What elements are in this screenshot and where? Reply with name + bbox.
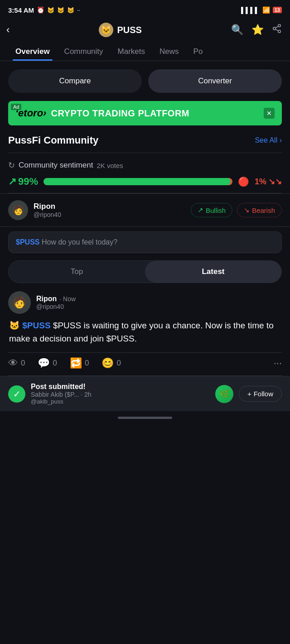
- sentiment-bar-row: ↗ 99% 🔴 1% ↘↘: [0, 170, 290, 193]
- toast-time: · 2h: [81, 391, 91, 398]
- see-all-button[interactable]: See All ›: [255, 136, 282, 144]
- view-count: 0: [21, 359, 25, 368]
- user-handle-label: @ripon40: [34, 211, 61, 218]
- bear-arrow: ↘↘: [268, 177, 282, 187]
- post-input-field[interactable]: $PUSS How do you feel today?: [8, 231, 282, 253]
- view-icon: 👁: [8, 357, 18, 369]
- bull-arrow: ↗: [8, 176, 16, 187]
- sentiment-label: Community sentiment: [19, 161, 93, 170]
- bull-pct-value: 99%: [18, 176, 38, 187]
- view-action[interactable]: 👁 0: [8, 357, 25, 369]
- status-left: 3:54 AM ⏰ 🐱 🐱 🐱 ··: [8, 6, 80, 14]
- nav-tabs: Overview Community Markets News Po: [0, 42, 290, 61]
- favorite-icon[interactable]: ⭐: [251, 24, 264, 36]
- post-user-info: Ripon · Now @ripon40: [36, 295, 76, 310]
- community-title: PussFi Community: [8, 135, 98, 146]
- tab-community[interactable]: Community: [57, 42, 111, 61]
- alarm-icon: ⏰: [37, 6, 44, 14]
- sentiment-icon: ↻: [8, 160, 15, 170]
- svg-line-4: [276, 26, 278, 28]
- ad-close-button[interactable]: ✕: [264, 108, 275, 119]
- converter-button[interactable]: Converter: [148, 69, 282, 93]
- sentiment-buttons: ↗ Bullish ↘ Bearish: [191, 203, 282, 217]
- post-username: Ripon: [36, 295, 57, 303]
- toast-content: Post submitted! Sabbir Akib ($P... · 2h …: [31, 383, 210, 405]
- repost-action[interactable]: 🔁 0: [70, 357, 89, 369]
- bull-btn-arrow: ↗: [198, 206, 203, 214]
- bear-btn-label: Bearish: [252, 207, 275, 214]
- back-button[interactable]: ‹: [6, 24, 10, 36]
- toast-title: Post submitted!: [31, 383, 210, 391]
- ad-label: Ad: [11, 104, 21, 110]
- coin-name: PUSS: [117, 25, 141, 35]
- more-options-button[interactable]: ···: [274, 357, 282, 369]
- post-ticker: $PUSS: [22, 321, 50, 330]
- post-name-time: Ripon · Now: [36, 295, 76, 303]
- app-icon-3: 🐱: [67, 7, 74, 14]
- plus-icon: +: [247, 390, 251, 398]
- post-handle: @ripon40: [36, 303, 76, 310]
- compare-button[interactable]: Compare: [8, 69, 142, 93]
- post-emoji: 🐱: [9, 321, 20, 330]
- user-input-row: 🧑 Ripon @ripon40 ↗ Bullish ↘ Bearish: [0, 193, 290, 227]
- bearish-button[interactable]: ↘ Bearish: [237, 203, 282, 217]
- svg-point-1: [273, 27, 276, 30]
- share-icon[interactable]: [272, 24, 282, 36]
- latest-tab-button[interactable]: Latest: [145, 261, 281, 283]
- toast-notification: ✓ Post submitted! Sabbir Akib ($P... · 2…: [0, 376, 290, 411]
- section-header: PussFi Community See All ›: [8, 135, 282, 146]
- user-info: Ripon @ripon40: [34, 202, 61, 218]
- svg-point-2: [278, 30, 281, 33]
- app-icon-1: 🐱: [47, 7, 54, 14]
- bottom-bar: [0, 411, 290, 424]
- post-body: 🐱 $PUSS $PUSS is waiting to give you a c…: [8, 319, 282, 345]
- reaction-icon: 😊: [102, 357, 114, 369]
- comment-action[interactable]: 💬 0: [38, 357, 57, 369]
- repost-count: 0: [85, 359, 89, 368]
- bear-btn-arrow: ↘: [244, 206, 250, 214]
- comment-count: 0: [53, 359, 57, 368]
- svg-point-0: [278, 24, 281, 27]
- tab-overview[interactable]: Overview: [8, 42, 57, 61]
- ad-content: ‘etoro› CRYPTO TRADING PLATFORM: [15, 107, 264, 119]
- reaction-count: 0: [116, 359, 121, 368]
- repost-icon: 🔁: [70, 357, 82, 369]
- search-icon[interactable]: 🔍: [231, 24, 243, 36]
- coin-icon: 🐱: [99, 23, 113, 37]
- comment-icon: 💬: [38, 357, 50, 369]
- tab-po[interactable]: Po: [186, 42, 210, 61]
- community-section: PussFi Community See All ›: [0, 125, 290, 146]
- bottom-indicator: [118, 417, 172, 419]
- bullish-button[interactable]: ↗ Bullish: [191, 203, 232, 217]
- toast-avatar: 🌿: [215, 385, 233, 403]
- header-center: 🐱 PUSS: [99, 23, 141, 37]
- svg-line-3: [276, 29, 278, 31]
- status-bar: 3:54 AM ⏰ 🐱 🐱 🐱 ·· ▌▌▌▌ 📶 13: [0, 0, 290, 18]
- post-input-ticker: $PUSS: [16, 238, 39, 246]
- coin-emoji: 🐱: [101, 25, 111, 35]
- ad-banner: Ad ‘etoro› CRYPTO TRADING PLATFORM ✕: [8, 101, 282, 125]
- bull-percentage: ↗ 99%: [8, 176, 38, 187]
- post-input-placeholder: How do you feel today?: [42, 238, 117, 246]
- toast-subtitle: Sabbir Akib ($P... · 2h: [31, 391, 210, 398]
- dots-icon: ··: [77, 7, 80, 14]
- status-right: ▌▌▌▌ 📶 13: [241, 6, 282, 14]
- app-icon-2: 🐱: [57, 7, 64, 14]
- bear-percentage: 1% ↘↘: [255, 177, 282, 187]
- sentiment-row: ↻ Community sentiment 2K votes: [0, 153, 290, 170]
- sentiment-votes: 2K votes: [97, 162, 123, 169]
- post-avatar: 🧑: [8, 291, 31, 314]
- tab-news[interactable]: News: [152, 42, 186, 61]
- action-buttons: Compare Converter: [0, 61, 290, 93]
- post-actions: 👁 0 💬 0 🔁 0 😊 0 ···: [8, 352, 282, 375]
- follow-button[interactable]: + Follow: [239, 386, 282, 402]
- top-tab-button[interactable]: Top: [9, 261, 145, 283]
- signal-icon: ▌▌▌▌: [241, 7, 260, 14]
- post-input-row: $PUSS How do you feel today?: [0, 227, 290, 260]
- bear-pct-value: 1%: [255, 177, 266, 187]
- toast-user: Sabbir Akib ($P...: [31, 391, 79, 398]
- reaction-action[interactable]: 😊 0: [102, 357, 121, 369]
- sentiment-progress-bar: [44, 178, 232, 185]
- tab-markets[interactable]: Markets: [111, 42, 152, 61]
- post-time: · Now: [59, 295, 76, 303]
